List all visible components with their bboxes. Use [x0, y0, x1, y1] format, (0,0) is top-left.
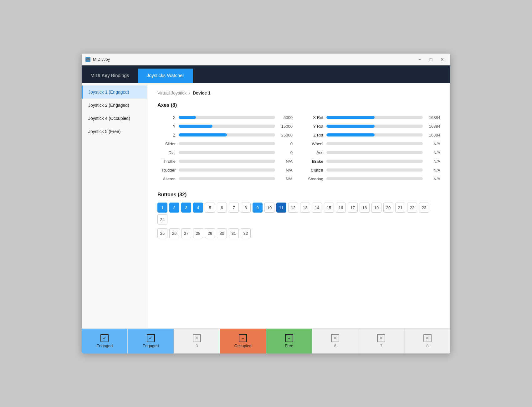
- button-27[interactable]: 27: [181, 228, 191, 238]
- axis-bar-bg-throttle: [179, 160, 275, 163]
- axis-bar-bg-acc: [326, 151, 423, 154]
- axis-value-xrot: 16384: [426, 115, 440, 120]
- button-25[interactable]: 25: [157, 228, 167, 238]
- app-icon: 🎮: [85, 57, 90, 62]
- status-label-s1: Engaged: [96, 343, 113, 348]
- status-item-s5[interactable]: +Free: [266, 329, 312, 353]
- maximize-button[interactable]: □: [427, 56, 435, 63]
- buttons-grid: 1234567891011121314151617181920212223242…: [157, 203, 440, 238]
- button-4[interactable]: 4: [193, 203, 203, 213]
- axis-value-dial: 0: [278, 150, 293, 155]
- axis-label-z: Z: [157, 133, 176, 137]
- status-item-s6[interactable]: ✕6: [312, 329, 358, 353]
- status-label-s7: 7: [380, 343, 382, 348]
- button-2[interactable]: 2: [169, 203, 179, 213]
- axis-bar-bg-steering: [326, 177, 423, 180]
- button-26[interactable]: 26: [169, 228, 179, 238]
- button-24[interactable]: 24: [157, 214, 167, 224]
- status-item-s3[interactable]: ✕3: [174, 329, 220, 353]
- axis-row-y: Y 15000: [157, 122, 293, 131]
- axis-label-zrot: Z Rot: [305, 133, 323, 137]
- sidebar-item-j5[interactable]: Joystick 5 (Free): [82, 125, 147, 138]
- axis-row-wheel: Wheel N/A: [305, 139, 440, 148]
- axis-row-z: Z 25000: [157, 131, 293, 139]
- axis-row-acc: Acc N/A: [305, 148, 440, 157]
- button-3[interactable]: 3: [181, 203, 191, 213]
- sidebar-item-j2[interactable]: Joystick 2 (Engaged): [82, 99, 147, 112]
- axis-bar-fill-y: [179, 125, 212, 128]
- status-icon-s2: ✓: [147, 334, 155, 342]
- status-item-s2[interactable]: ✓Engaged: [128, 329, 174, 353]
- status-item-s7[interactable]: ✕7: [358, 329, 404, 353]
- axis-bar-bg-wheel: [326, 142, 423, 145]
- axis-value-brake: N/A: [426, 159, 440, 164]
- content-panel: Virtual Joystick / Device 1 Axes (8) X 5…: [147, 83, 450, 328]
- axis-bar-fill-zrot: [326, 133, 375, 137]
- axis-label-steering: Steering: [305, 177, 323, 181]
- sidebar: Joystick 1 (Engaged) Joystick 2 (Engaged…: [82, 83, 147, 328]
- button-11[interactable]: 11: [276, 203, 286, 213]
- axis-label-slider: Slider: [157, 142, 176, 146]
- axis-row-steering: Steering N/A: [305, 174, 440, 183]
- button-15[interactable]: 15: [324, 203, 334, 213]
- button-16[interactable]: 16: [336, 203, 346, 213]
- button-20[interactable]: 20: [383, 203, 393, 213]
- axis-label-brake: Brake: [305, 159, 323, 164]
- sidebar-item-j1[interactable]: Joystick 1 (Engaged): [82, 85, 147, 99]
- button-31[interactable]: 31: [229, 228, 239, 238]
- axis-label-wheel: Wheel: [305, 142, 323, 146]
- axis-value-z: 25000: [278, 133, 293, 137]
- axis-label-clutch: Clutch: [305, 168, 323, 173]
- button-10[interactable]: 10: [264, 203, 274, 213]
- axis-label-rudder: Rudder: [157, 168, 176, 173]
- button-1[interactable]: 1: [157, 203, 167, 213]
- main-area: Joystick 1 (Engaged) Joystick 2 (Engaged…: [82, 83, 450, 328]
- tab-joysticks[interactable]: Joysticks Watcher: [138, 69, 193, 83]
- button-30[interactable]: 30: [217, 228, 227, 238]
- button-17[interactable]: 17: [348, 203, 358, 213]
- button-32[interactable]: 32: [241, 228, 251, 238]
- axis-label-acc: Acc: [305, 150, 323, 155]
- axis-label-yrot: Y Rot: [305, 124, 323, 129]
- breadcrumb-current: Device 1: [193, 90, 211, 95]
- button-12[interactable]: 12: [288, 203, 298, 213]
- axis-label-aileron: Aileron: [157, 177, 176, 181]
- button-13[interactable]: 13: [300, 203, 310, 213]
- button-5[interactable]: 5: [205, 203, 215, 213]
- buttons-title: Buttons (32): [157, 192, 440, 198]
- status-label-s5: Free: [285, 343, 293, 348]
- status-icon-s5: +: [285, 334, 293, 342]
- button-23[interactable]: 23: [419, 203, 429, 213]
- button-21[interactable]: 21: [395, 203, 405, 213]
- axis-value-steering: N/A: [426, 177, 440, 181]
- tab-midi[interactable]: MIDI Key Bindings: [82, 69, 138, 83]
- breadcrumb-separator: /: [189, 90, 190, 95]
- axis-value-x: 5000: [278, 115, 293, 120]
- sidebar-item-j4[interactable]: Joystick 4 (Occupied): [82, 112, 147, 125]
- axis-row-clutch: Clutch N/A: [305, 166, 440, 174]
- button-18[interactable]: 18: [360, 203, 370, 213]
- button-7[interactable]: 7: [229, 203, 239, 213]
- button-9[interactable]: 9: [253, 203, 263, 213]
- status-item-s8[interactable]: ✕8: [405, 329, 450, 353]
- button-19[interactable]: 19: [371, 203, 381, 213]
- status-item-s4[interactable]: −Occupied: [220, 329, 266, 353]
- button-29[interactable]: 29: [205, 228, 215, 238]
- close-button[interactable]: ✕: [438, 56, 447, 63]
- status-icon-s8: ✕: [423, 334, 432, 342]
- button-6[interactable]: 6: [217, 203, 227, 213]
- button-14[interactable]: 14: [312, 203, 322, 213]
- status-item-s1[interactable]: ✓Engaged: [82, 329, 128, 353]
- minimize-button[interactable]: −: [415, 56, 424, 63]
- axis-row-x: X 5000: [157, 113, 293, 122]
- axis-label-x: X: [157, 115, 176, 120]
- button-22[interactable]: 22: [407, 203, 417, 213]
- app-window: 🎮 MIDIvJoy − □ ✕ MIDI Key Bindings Joyst…: [81, 53, 451, 354]
- axis-row-brake: Brake N/A: [305, 157, 440, 166]
- button-8[interactable]: 8: [241, 203, 251, 213]
- button-28[interactable]: 28: [193, 228, 203, 238]
- status-icon-s7: ✕: [377, 334, 385, 342]
- axis-row-xrot: X Rot 16384: [305, 113, 440, 122]
- axis-bar-fill-z: [179, 133, 227, 137]
- axis-value-aileron: N/A: [278, 177, 293, 181]
